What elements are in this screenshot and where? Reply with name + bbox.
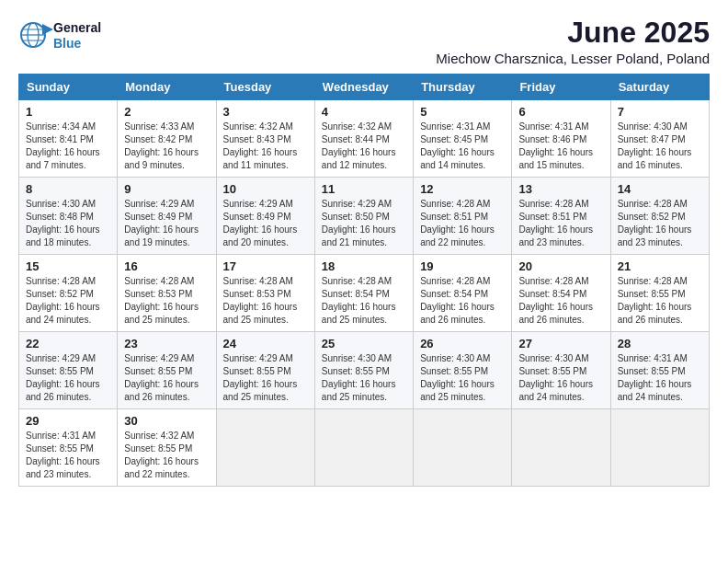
day-info: Sunrise: 4:29 AM Sunset: 8:55 PM Dayligh… (124, 352, 209, 404)
table-cell: 16 Sunrise: 4:28 AM Sunset: 8:53 PM Dayl… (118, 255, 216, 332)
day-info: Sunrise: 4:32 AM Sunset: 8:44 PM Dayligh… (322, 121, 406, 172)
col-tuesday: Tuesday (216, 75, 314, 100)
day-info: Sunrise: 4:29 AM Sunset: 8:49 PM Dayligh… (223, 198, 308, 249)
day-info: Sunrise: 4:34 AM Sunset: 8:41 PM Dayligh… (26, 121, 110, 172)
table-cell: 26 Sunrise: 4:30 AM Sunset: 8:55 PM Dayl… (414, 332, 512, 409)
table-cell: 4 Sunrise: 4:32 AM Sunset: 8:44 PM Dayli… (314, 100, 413, 178)
day-number: 7 (618, 105, 702, 119)
day-number: 3 (223, 105, 308, 119)
page: General Blue June 2025 Miechow Charsznic… (0, 0, 728, 563)
day-number: 2 (124, 105, 209, 119)
day-number: 8 (26, 182, 110, 196)
table-cell: 3 Sunrise: 4:32 AM Sunset: 8:43 PM Dayli… (216, 100, 314, 178)
table-cell: 23 Sunrise: 4:29 AM Sunset: 8:55 PM Dayl… (118, 332, 216, 409)
table-cell (512, 409, 610, 487)
table-cell: 25 Sunrise: 4:30 AM Sunset: 8:55 PM Dayl… (314, 332, 413, 409)
day-info: Sunrise: 4:28 AM Sunset: 8:53 PM Dayligh… (223, 275, 308, 327)
day-number: 12 (420, 182, 505, 196)
col-saturday: Saturday (610, 75, 709, 100)
table-cell: 10 Sunrise: 4:29 AM Sunset: 8:49 PM Dayl… (216, 178, 314, 255)
calendar-week-3: 15 Sunrise: 4:28 AM Sunset: 8:52 PM Dayl… (19, 255, 710, 332)
day-info: Sunrise: 4:30 AM Sunset: 8:47 PM Dayligh… (618, 121, 702, 172)
logo: General Blue (18, 17, 101, 55)
table-cell: 12 Sunrise: 4:28 AM Sunset: 8:51 PM Dayl… (414, 178, 512, 255)
day-number: 29 (26, 414, 110, 428)
day-info: Sunrise: 4:29 AM Sunset: 8:49 PM Dayligh… (124, 198, 209, 249)
day-info: Sunrise: 4:31 AM Sunset: 8:55 PM Dayligh… (26, 430, 110, 481)
logo-text: General Blue (53, 20, 101, 52)
calendar-week-1: 1 Sunrise: 4:34 AM Sunset: 8:41 PM Dayli… (19, 100, 710, 178)
header: General Blue June 2025 Miechow Charsznic… (18, 17, 710, 66)
day-number: 13 (518, 182, 603, 196)
table-cell: 20 Sunrise: 4:28 AM Sunset: 8:54 PM Dayl… (512, 255, 610, 332)
table-cell: 24 Sunrise: 4:29 AM Sunset: 8:55 PM Dayl… (216, 332, 314, 409)
day-number: 4 (322, 105, 406, 119)
day-number: 6 (518, 105, 603, 119)
table-cell: 21 Sunrise: 4:28 AM Sunset: 8:55 PM Dayl… (610, 255, 709, 332)
table-cell: 13 Sunrise: 4:28 AM Sunset: 8:51 PM Dayl… (512, 178, 610, 255)
day-number: 15 (26, 259, 110, 273)
day-info: Sunrise: 4:28 AM Sunset: 8:51 PM Dayligh… (518, 198, 603, 249)
calendar-header-row: Sunday Monday Tuesday Wednesday Thursday… (19, 75, 710, 100)
day-number: 28 (618, 337, 702, 350)
svg-marker-5 (42, 24, 53, 35)
day-info: Sunrise: 4:33 AM Sunset: 8:42 PM Dayligh… (124, 121, 209, 172)
day-info: Sunrise: 4:30 AM Sunset: 8:55 PM Dayligh… (420, 352, 505, 404)
day-info: Sunrise: 4:29 AM Sunset: 8:50 PM Dayligh… (322, 198, 406, 249)
table-cell: 1 Sunrise: 4:34 AM Sunset: 8:41 PM Dayli… (19, 100, 118, 178)
day-info: Sunrise: 4:31 AM Sunset: 8:45 PM Dayligh… (420, 121, 505, 172)
table-cell (314, 409, 413, 487)
main-title: June 2025 (436, 17, 710, 49)
day-number: 22 (26, 337, 110, 350)
table-cell (414, 409, 512, 487)
day-info: Sunrise: 4:32 AM Sunset: 8:55 PM Dayligh… (124, 430, 209, 481)
day-number: 24 (223, 337, 308, 350)
day-number: 27 (518, 337, 603, 350)
day-info: Sunrise: 4:28 AM Sunset: 8:55 PM Dayligh… (618, 275, 702, 327)
calendar-week-5: 29 Sunrise: 4:31 AM Sunset: 8:55 PM Dayl… (19, 409, 710, 487)
table-cell (610, 409, 709, 487)
day-number: 11 (322, 182, 406, 196)
day-info: Sunrise: 4:30 AM Sunset: 8:55 PM Dayligh… (322, 352, 406, 404)
day-number: 14 (618, 182, 702, 196)
table-cell: 17 Sunrise: 4:28 AM Sunset: 8:53 PM Dayl… (216, 255, 314, 332)
table-cell: 7 Sunrise: 4:30 AM Sunset: 8:47 PM Dayli… (610, 100, 709, 178)
day-info: Sunrise: 4:28 AM Sunset: 8:54 PM Dayligh… (322, 275, 406, 327)
day-number: 1 (26, 105, 110, 119)
day-number: 5 (420, 105, 505, 119)
day-info: Sunrise: 4:28 AM Sunset: 8:53 PM Dayligh… (124, 275, 209, 327)
col-monday: Monday (118, 75, 216, 100)
day-info: Sunrise: 4:28 AM Sunset: 8:52 PM Dayligh… (26, 275, 110, 327)
day-number: 9 (124, 182, 209, 196)
col-thursday: Thursday (414, 75, 512, 100)
table-cell: 27 Sunrise: 4:30 AM Sunset: 8:55 PM Dayl… (512, 332, 610, 409)
title-block: June 2025 Miechow Charsznica, Lesser Pol… (436, 17, 710, 66)
table-cell: 30 Sunrise: 4:32 AM Sunset: 8:55 PM Dayl… (118, 409, 216, 487)
table-cell: 14 Sunrise: 4:28 AM Sunset: 8:52 PM Dayl… (610, 178, 709, 255)
day-info: Sunrise: 4:31 AM Sunset: 8:55 PM Dayligh… (618, 352, 702, 404)
subtitle: Miechow Charsznica, Lesser Poland, Polan… (436, 51, 710, 66)
day-number: 17 (223, 259, 308, 273)
day-number: 26 (420, 337, 505, 350)
table-cell: 2 Sunrise: 4:33 AM Sunset: 8:42 PM Dayli… (118, 100, 216, 178)
day-info: Sunrise: 4:30 AM Sunset: 8:48 PM Dayligh… (26, 198, 110, 249)
day-number: 30 (124, 414, 209, 428)
day-info: Sunrise: 4:28 AM Sunset: 8:54 PM Dayligh… (518, 275, 603, 327)
calendar-week-2: 8 Sunrise: 4:30 AM Sunset: 8:48 PM Dayli… (19, 178, 710, 255)
col-sunday: Sunday (19, 75, 118, 100)
day-info: Sunrise: 4:30 AM Sunset: 8:55 PM Dayligh… (518, 352, 603, 404)
table-cell: 5 Sunrise: 4:31 AM Sunset: 8:45 PM Dayli… (414, 100, 512, 178)
table-cell: 29 Sunrise: 4:31 AM Sunset: 8:55 PM Dayl… (19, 409, 118, 487)
table-cell: 15 Sunrise: 4:28 AM Sunset: 8:52 PM Dayl… (19, 255, 118, 332)
day-info: Sunrise: 4:32 AM Sunset: 8:43 PM Dayligh… (223, 121, 308, 172)
day-info: Sunrise: 4:28 AM Sunset: 8:51 PM Dayligh… (420, 198, 505, 249)
col-friday: Friday (512, 75, 610, 100)
day-number: 20 (518, 259, 603, 273)
logo-icon (18, 17, 53, 52)
calendar-table: Sunday Monday Tuesday Wednesday Thursday… (18, 74, 710, 487)
calendar-week-4: 22 Sunrise: 4:29 AM Sunset: 8:55 PM Dayl… (19, 332, 710, 409)
table-cell: 28 Sunrise: 4:31 AM Sunset: 8:55 PM Dayl… (610, 332, 709, 409)
day-info: Sunrise: 4:31 AM Sunset: 8:46 PM Dayligh… (518, 121, 603, 172)
day-number: 25 (322, 337, 406, 350)
day-number: 16 (124, 259, 209, 273)
